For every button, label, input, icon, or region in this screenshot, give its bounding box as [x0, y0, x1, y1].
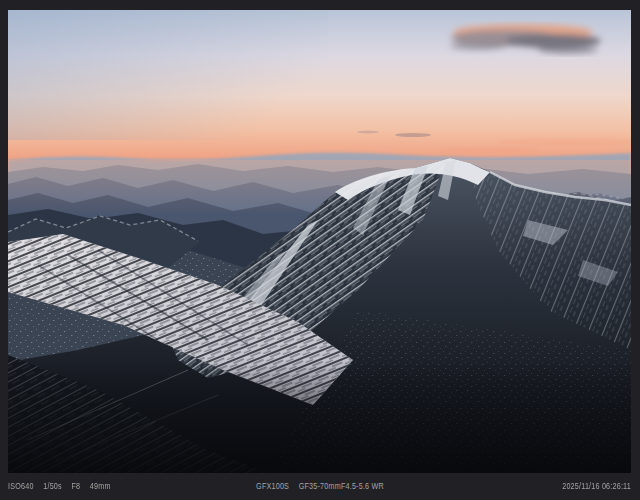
photo-frame: ISO640 1/50s F8 49mm GFX100S GF35-70mmF4… [0, 0, 640, 500]
exif-focal-length: 49mm [90, 479, 111, 493]
exif-iso: ISO640 [8, 479, 34, 493]
exif-aperture: F8 [71, 479, 80, 493]
capture-datetime: 2025/11/16 06:26:11 [562, 479, 631, 493]
camera-lens-info: GFX100S GF35-70mmF4.5-5.6 WR [256, 479, 384, 493]
exif-shutter-speed: 1/50s [43, 479, 62, 493]
exif-settings: ISO640 1/50s F8 49mm [8, 479, 111, 493]
lens-model: GF35-70mmF4.5-5.6 WR [298, 479, 383, 493]
camera-model: GFX100S [256, 479, 289, 493]
photo [8, 10, 631, 473]
bottom-shadow [8, 360, 631, 473]
mountain-photo-graphic [8, 10, 631, 473]
exif-caption-bar: ISO640 1/50s F8 49mm GFX100S GF35-70mmF4… [8, 479, 631, 493]
